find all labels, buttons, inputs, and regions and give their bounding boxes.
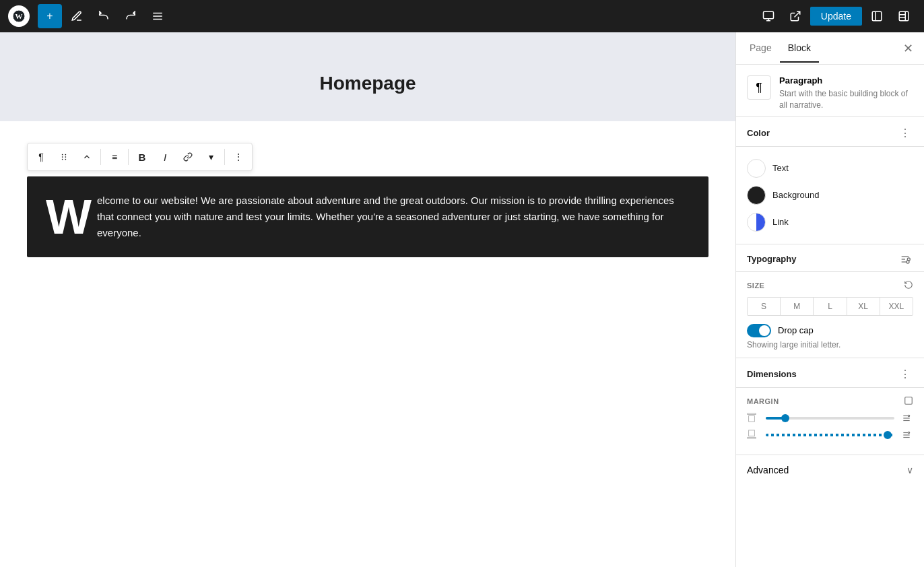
paragraph-type-button[interactable]: ¶ xyxy=(30,146,52,168)
svg-text:W: W xyxy=(15,12,23,20)
typography-section-header: Typography xyxy=(736,244,924,272)
svg-rect-26 xyxy=(905,397,913,404)
dimensions-section-title: Dimensions xyxy=(747,369,797,379)
dimensions-section-menu[interactable]: ⋮ xyxy=(897,366,913,382)
size-buttons: S M L XL XXL xyxy=(747,297,913,316)
color-options: Text Background Link xyxy=(736,147,924,244)
margin-top-icon xyxy=(747,413,760,424)
drop-cap-letter: W xyxy=(46,198,92,237)
svg-point-17 xyxy=(62,156,63,158)
margin-bottom-adjust[interactable] xyxy=(900,430,913,440)
typography-section-menu[interactable] xyxy=(897,253,913,266)
margin-top-adjust[interactable] xyxy=(900,413,913,423)
drop-cap-label: Drop cap xyxy=(778,325,814,335)
toolbar-divider-2 xyxy=(128,149,129,165)
block-toolbar: ¶ ≡ B xyxy=(27,143,253,171)
toolbar-right: Update xyxy=(756,4,916,28)
options-dots-button[interactable]: ⋮ xyxy=(228,146,249,168)
drag-handle-button[interactable] xyxy=(53,146,75,168)
margin-bottom-icon xyxy=(747,430,760,441)
align-icon: ≡ xyxy=(112,152,117,162)
svg-rect-34 xyxy=(749,430,755,436)
add-block-button[interactable]: + xyxy=(38,4,62,28)
typography-options: SIZE S M L XL XXL Drop cap Showing l xyxy=(736,272,924,358)
advanced-section[interactable]: Advanced ∨ xyxy=(736,455,924,485)
paragraph-icon: ¶ xyxy=(38,152,44,162)
preview-layout-button[interactable] xyxy=(756,4,781,28)
link-button[interactable] xyxy=(177,146,199,168)
wordpress-logo[interactable]: W xyxy=(8,5,30,27)
tab-block[interactable]: Block xyxy=(780,34,819,63)
editor-content[interactable]: ¶ ≡ B xyxy=(0,121,735,567)
svg-rect-33 xyxy=(748,437,756,438)
paragraph-block[interactable]: W elcome to our website! We are passiona… xyxy=(27,176,708,257)
block-type-icon: ¶ xyxy=(747,75,771,100)
margin-bottom-track[interactable] xyxy=(766,434,894,436)
svg-point-18 xyxy=(65,156,66,158)
page-header: Homepage xyxy=(0,32,735,121)
svg-rect-27 xyxy=(748,413,756,414)
background-color-label: Background xyxy=(772,190,819,200)
size-m-button[interactable]: M xyxy=(781,298,814,315)
block-info-text: Paragraph Start with the basic building … xyxy=(779,75,913,111)
external-link-button[interactable] xyxy=(783,4,807,28)
color-option-link[interactable]: Link xyxy=(747,209,913,236)
color-option-background[interactable]: Background xyxy=(747,182,913,209)
dimensions-options: MARGIN xyxy=(736,388,924,455)
svg-rect-11 xyxy=(899,11,909,21)
size-s-button[interactable]: S xyxy=(748,298,781,315)
text-color-label: Text xyxy=(772,163,789,173)
italic-button[interactable]: I xyxy=(154,146,176,168)
svg-point-38 xyxy=(908,432,909,433)
background-color-swatch[interactable] xyxy=(747,186,766,205)
text-color-swatch[interactable] xyxy=(747,159,766,178)
margin-bottom-thumb[interactable] xyxy=(884,431,892,439)
svg-point-32 xyxy=(908,415,909,416)
svg-point-25 xyxy=(906,261,909,263)
svg-line-8 xyxy=(794,11,799,17)
redo-button[interactable] xyxy=(119,4,143,28)
more-icon: ▾ xyxy=(209,152,213,162)
color-section-menu[interactable]: ⋮ xyxy=(897,125,913,141)
svg-point-20 xyxy=(65,159,66,160)
color-section-title: Color xyxy=(747,128,770,138)
tools-button[interactable] xyxy=(65,4,89,28)
drop-cap-toggle-row: Drop cap xyxy=(747,324,913,337)
block-description: Start with the basic building block of a… xyxy=(779,88,913,111)
size-xl-button[interactable]: XL xyxy=(847,298,880,315)
margin-top-thumb[interactable] xyxy=(781,414,789,422)
bold-button[interactable]: B xyxy=(131,146,153,168)
list-view-button[interactable] xyxy=(145,4,170,28)
size-l-button[interactable]: L xyxy=(814,298,847,315)
reset-size-button[interactable] xyxy=(904,280,913,292)
link-color-swatch[interactable] xyxy=(747,213,766,232)
margin-bottom-slider-row xyxy=(747,430,913,441)
block-name: Paragraph xyxy=(779,75,913,86)
margin-link-button[interactable] xyxy=(904,396,913,407)
margin-top-slider-row xyxy=(747,413,913,424)
svg-rect-28 xyxy=(749,415,755,422)
sidebar-close-button[interactable]: ✕ xyxy=(897,38,919,59)
paragraph-body: elcome to our website! We are passionate… xyxy=(97,195,674,238)
undo-button[interactable] xyxy=(92,4,116,28)
post-settings-button[interactable] xyxy=(865,4,889,28)
size-label: SIZE xyxy=(747,280,913,292)
block-info: ¶ Paragraph Start with the basic buildin… xyxy=(736,65,924,117)
more-options-button[interactable]: ▾ xyxy=(200,146,222,168)
sidebar: Page Block ✕ ¶ Paragraph Start with the … xyxy=(735,32,924,567)
drop-cap-toggle[interactable] xyxy=(747,324,771,337)
align-button[interactable]: ≡ xyxy=(104,146,125,168)
color-option-text[interactable]: Text xyxy=(747,155,913,182)
tab-page[interactable]: Page xyxy=(741,34,780,63)
svg-rect-5 xyxy=(763,11,773,19)
sidebar-tabs: Page Block ✕ xyxy=(736,32,924,65)
size-xxl-button[interactable]: XXL xyxy=(880,298,913,315)
move-up-button[interactable] xyxy=(76,146,98,168)
margin-label: MARGIN xyxy=(747,396,913,407)
block-panel-button[interactable] xyxy=(892,4,916,28)
update-button[interactable]: Update xyxy=(810,7,862,26)
link-color-label: Link xyxy=(772,217,789,227)
dimensions-section-header: Dimensions ⋮ xyxy=(736,358,924,388)
margin-top-track[interactable] xyxy=(766,417,894,420)
svg-point-16 xyxy=(65,154,66,156)
